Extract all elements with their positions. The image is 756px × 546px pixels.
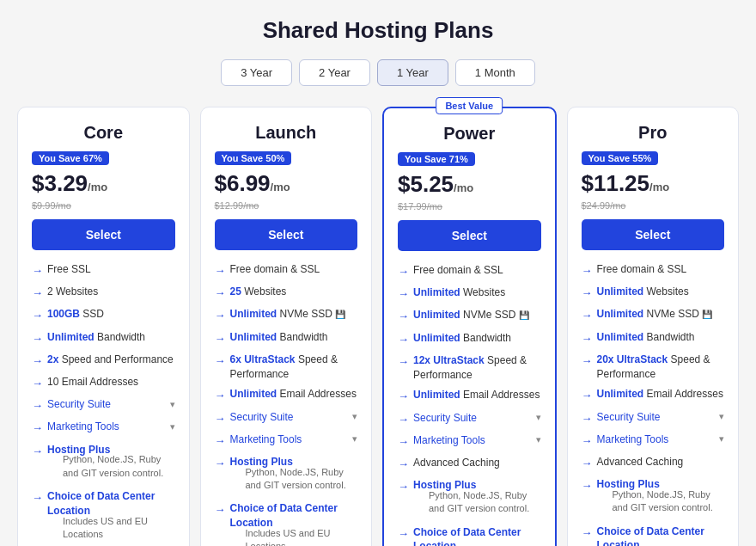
chevron-down-icon: ▾ <box>719 433 724 445</box>
price-old-core: $9.99/mo <box>32 200 175 211</box>
arrow-icon: → <box>215 285 226 301</box>
feature-item: → Advanced Caching <box>582 455 725 471</box>
arrow-icon: → <box>215 411 226 426</box>
select-button-launch[interactable]: Select <box>215 219 358 250</box>
feature-item: → Unlimited Email Addresses <box>215 387 358 403</box>
arrow-icon: → <box>398 264 409 279</box>
arrow-icon: → <box>398 434 409 450</box>
feature-item: → 12x UltraStack Speed & Performance <box>398 353 541 383</box>
price-core: $3.29/mo <box>32 170 107 196</box>
chevron-down-icon: ▾ <box>352 433 357 445</box>
price-power: $5.25/mo <box>398 171 473 197</box>
plan-name-core: Core <box>32 123 175 143</box>
billing-tab-1-year[interactable]: 1 Year <box>377 59 448 86</box>
select-button-power[interactable]: Select <box>398 220 541 251</box>
features-list-core: → Free SSL → 2 Websites → 100GB SSD <box>32 262 175 546</box>
feature-item: → Free domain & SSL <box>215 262 358 279</box>
arrow-icon: → <box>398 412 409 427</box>
expandable-feature[interactable]: Marketing Tools ▾ <box>230 433 358 447</box>
savings-badge-core: You Save 67% <box>32 151 109 165</box>
arrow-icon: → <box>582 308 593 323</box>
feature-item: → Unlimited Bandwidth <box>398 331 541 347</box>
feature-item: → Unlimited Bandwidth <box>32 330 175 347</box>
chevron-down-icon: ▾ <box>719 410 724 423</box>
feature-item[interactable]: → Security Suite ▾ <box>582 410 725 426</box>
savings-badge-pro: You Save 55% <box>582 151 659 165</box>
feature-item: → 25 Websites <box>215 285 358 301</box>
chevron-down-icon: ▾ <box>536 411 541 424</box>
billing-tab-1-month[interactable]: 1 Month <box>455 59 535 86</box>
feature-item[interactable]: → Security Suite ▾ <box>32 397 175 414</box>
billing-tab-2-year[interactable]: 2 Year <box>299 59 370 86</box>
arrow-icon: → <box>398 354 409 370</box>
arrow-icon: → <box>582 388 593 403</box>
feature-item: → 100GB SSD <box>32 307 175 323</box>
arrow-icon: → <box>582 285 593 301</box>
feature-item: → Unlimited Email Addresses <box>582 387 725 403</box>
expandable-feature[interactable]: Security Suite ▾ <box>597 410 725 425</box>
plan-name-launch: Launch <box>215 123 358 143</box>
feature-item[interactable]: → Marketing Tools ▾ <box>398 433 541 450</box>
disk-icon: 💾 <box>702 310 712 319</box>
arrow-icon: → <box>582 478 593 494</box>
feature-item[interactable]: → Marketing Tools ▾ <box>32 420 175 436</box>
feature-item: → Hosting Plus Python, Node.JS, Ruby and… <box>582 477 725 518</box>
arrow-icon: → <box>215 433 226 449</box>
arrow-icon: → <box>398 332 409 347</box>
feature-item: → Hosting Plus Python, Node.JS, Ruby and… <box>398 478 541 519</box>
plan-name-power: Power <box>398 124 541 144</box>
arrow-icon: → <box>398 457 409 472</box>
feature-item: → Unlimited Bandwidth <box>582 330 725 347</box>
plan-card-core: CoreYou Save 67%$3.29/mo$9.99/moSelect →… <box>17 107 190 546</box>
expandable-feature[interactable]: Security Suite ▾ <box>413 411 541 426</box>
arrow-icon: → <box>215 263 226 279</box>
plan-name-pro: Pro <box>582 123 725 143</box>
expandable-feature[interactable]: Security Suite ▾ <box>47 397 175 412</box>
arrow-icon: → <box>215 308 226 323</box>
arrow-icon: → <box>582 331 593 347</box>
expandable-feature[interactable]: Marketing Tools ▾ <box>47 420 175 434</box>
feature-item[interactable]: → Marketing Tools ▾ <box>582 433 725 449</box>
chevron-down-icon: ▾ <box>170 420 175 433</box>
arrow-icon: → <box>215 331 226 347</box>
arrow-icon: → <box>32 420 43 436</box>
expandable-feature[interactable]: Security Suite ▾ <box>230 410 358 425</box>
expandable-feature[interactable]: Marketing Tools ▾ <box>413 433 541 448</box>
chevron-down-icon: ▾ <box>536 433 541 446</box>
disk-icon: 💾 <box>519 310 529 320</box>
select-button-core[interactable]: Select <box>32 219 175 250</box>
feature-item: → Unlimited Email Addresses <box>398 388 541 404</box>
plans-container: CoreYou Save 67%$3.29/mo$9.99/moSelect →… <box>17 107 739 546</box>
feature-item: → Choice of Data Center Location Include… <box>582 525 725 546</box>
price-pro: $11.25/mo <box>582 170 670 196</box>
arrow-icon: → <box>582 433 593 449</box>
feature-item: → Advanced Caching <box>398 456 541 472</box>
arrow-icon: → <box>32 308 43 323</box>
feature-item: → Unlimited Bandwidth <box>215 330 358 347</box>
chevron-down-icon: ▾ <box>170 398 175 411</box>
expandable-feature[interactable]: Marketing Tools ▾ <box>597 433 725 447</box>
feature-item[interactable]: → Security Suite ▾ <box>215 410 358 426</box>
select-button-pro[interactable]: Select <box>582 219 725 250</box>
feature-item: → Free domain & SSL <box>582 262 725 279</box>
arrow-icon: → <box>398 479 409 494</box>
features-list-pro: → Free domain & SSL → Unlimited Websites… <box>582 262 725 546</box>
price-old-pro: $24.99/mo <box>582 200 725 211</box>
price-old-power: $17.99/mo <box>398 201 541 212</box>
arrow-icon: → <box>398 309 409 324</box>
arrow-icon: → <box>32 398 43 414</box>
arrow-icon: → <box>582 525 593 541</box>
arrow-icon: → <box>215 502 226 518</box>
features-list-power: → Free domain & SSL → Unlimited Websites… <box>398 263 541 546</box>
feature-item: → 10 Email Addresses <box>32 375 175 391</box>
feature-item: → Choice of Data Center Location Include… <box>398 525 541 546</box>
price-launch: $6.99/mo <box>215 170 290 196</box>
arrow-icon: → <box>582 456 593 471</box>
feature-item[interactable]: → Security Suite ▾ <box>398 411 541 427</box>
feature-item: → Unlimited Websites <box>398 285 541 302</box>
feature-item[interactable]: → Marketing Tools ▾ <box>215 433 358 449</box>
chevron-down-icon: ▾ <box>352 410 357 423</box>
billing-tabs: 3 Year2 Year1 Year1 Month <box>221 59 535 86</box>
arrow-icon: → <box>398 286 409 302</box>
billing-tab-3-year[interactable]: 3 Year <box>221 59 292 86</box>
